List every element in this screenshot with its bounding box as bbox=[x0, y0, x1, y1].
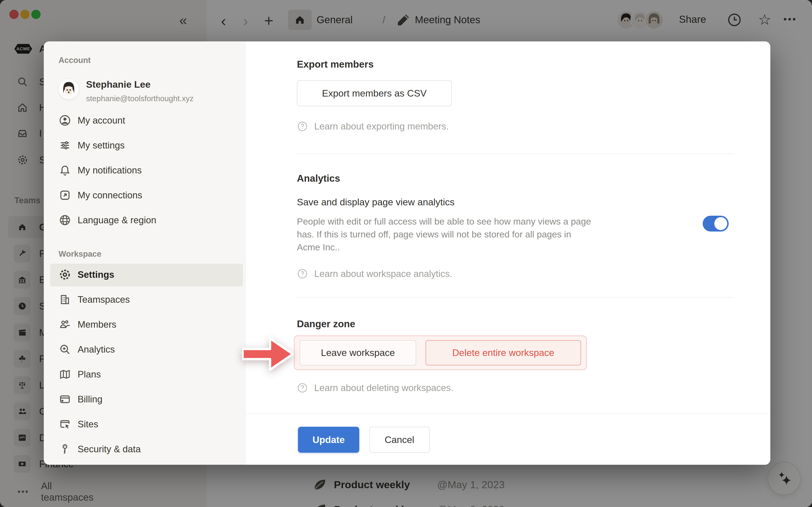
settings-nav-label: Sites bbox=[78, 419, 98, 430]
settings-nav-label: Billing bbox=[78, 394, 102, 404]
help-label: Learn about deleting workspaces. bbox=[314, 383, 453, 393]
leave-workspace-button[interactable]: Leave workspace bbox=[300, 340, 416, 365]
settings-nav-plans[interactable]: Plans bbox=[52, 363, 238, 386]
settings-sidebar: Account Stephanie Lee stephanie@toolsfor… bbox=[44, 41, 246, 465]
settings-nav-my-connections[interactable]: My connections bbox=[52, 184, 238, 207]
user-email: stephanie@toolsforthought.xyz bbox=[86, 94, 194, 103]
settings-nav-my-notifications[interactable]: My notifications bbox=[52, 159, 238, 182]
question-circle-icon bbox=[297, 268, 308, 279]
analytics-toggle[interactable] bbox=[703, 216, 729, 231]
settings-nav-label: My connections bbox=[78, 190, 142, 201]
annotation-arrow-icon bbox=[242, 335, 295, 374]
section-divider bbox=[297, 154, 734, 154]
analytics-setting-description: People with edit or full access will be … bbox=[297, 215, 591, 254]
map-icon bbox=[59, 368, 71, 381]
globe-icon bbox=[59, 214, 71, 226]
export-members-csv-button[interactable]: Export members as CSV bbox=[297, 80, 452, 106]
question-circle-icon bbox=[297, 121, 308, 132]
export-help-link[interactable]: Learn about exporting members. bbox=[297, 121, 449, 132]
update-button[interactable]: Update bbox=[298, 427, 359, 453]
settings-nav-label: Security & data bbox=[78, 444, 141, 454]
settings-nav-analytics[interactable]: Analytics bbox=[52, 338, 238, 361]
section-divider bbox=[297, 297, 734, 297]
key-icon bbox=[59, 443, 71, 455]
person-circle-icon bbox=[59, 114, 71, 126]
bell-icon bbox=[59, 164, 71, 176]
user-name: Stephanie Lee bbox=[86, 79, 151, 90]
settings-nav-label: Language & region bbox=[78, 215, 156, 225]
settings-nav-label: My notifications bbox=[78, 165, 142, 176]
settings-nav-language-region[interactable]: Language & region bbox=[52, 209, 238, 231]
settings-nav-security-data[interactable]: Security & data bbox=[52, 438, 238, 460]
settings-nav-my-settings[interactable]: My settings bbox=[52, 134, 238, 157]
magnifier-plus-icon bbox=[59, 343, 71, 355]
danger-zone-heading: Danger zone bbox=[297, 318, 355, 330]
question-circle-icon bbox=[297, 382, 308, 393]
settings-nav-label: Plans bbox=[78, 369, 101, 380]
toggle-knob bbox=[714, 217, 727, 230]
description-line: People with edit or full access will be … bbox=[297, 215, 591, 228]
sliders-icon bbox=[59, 139, 71, 152]
settings-nav-identity-provisioning[interactable]: Identity & provisioning bbox=[52, 463, 238, 465]
analytics-setting-title: Save and display page view analytics bbox=[297, 197, 454, 208]
description-line: has. If this is turned off, page views w… bbox=[297, 228, 591, 241]
settings-modal: Account Stephanie Lee stephanie@toolsfor… bbox=[44, 41, 770, 465]
settings-nav-billing[interactable]: Billing bbox=[52, 388, 238, 411]
settings-content: Export members Export members as CSV Lea… bbox=[246, 41, 770, 465]
app-window: « ACME A S H I S Teams G bbox=[0, 0, 812, 507]
analytics-help-link[interactable]: Learn about workspace analytics. bbox=[297, 268, 452, 279]
delete-workspace-button[interactable]: Delete entire workspace bbox=[425, 340, 581, 365]
account-section-header: Account bbox=[59, 56, 91, 65]
footer-divider bbox=[246, 414, 770, 414]
settings-nav-label: Settings bbox=[78, 269, 114, 280]
settings-nav-sites[interactable]: Sites bbox=[52, 413, 238, 436]
settings-nav-label: Analytics bbox=[78, 344, 115, 355]
help-label: Learn about workspace analytics. bbox=[314, 269, 452, 279]
export-members-heading: Export members bbox=[297, 59, 374, 70]
settings-nav-settings[interactable]: Settings bbox=[52, 263, 238, 286]
danger-help-link[interactable]: Learn about deleting workspaces. bbox=[297, 382, 453, 393]
credit-card-icon bbox=[59, 393, 71, 405]
workspace-section-header: Workspace bbox=[59, 249, 101, 259]
members-icon bbox=[59, 318, 71, 331]
description-line: Acme Inc.. bbox=[297, 241, 591, 254]
help-label: Learn about exporting members. bbox=[314, 121, 449, 131]
analytics-heading: Analytics bbox=[297, 173, 340, 184]
cancel-button[interactable]: Cancel bbox=[369, 427, 430, 453]
arrow-out-box-icon bbox=[59, 189, 71, 201]
settings-nav-label: Members bbox=[78, 319, 116, 330]
settings-nav-members[interactable]: Members bbox=[52, 313, 238, 336]
settings-nav-teamspaces[interactable]: Teamspaces bbox=[52, 288, 238, 311]
settings-nav-label: Teamspaces bbox=[78, 294, 130, 305]
browser-cursor-icon bbox=[59, 418, 71, 430]
settings-nav-label: My account bbox=[78, 115, 125, 126]
building-icon bbox=[59, 293, 71, 306]
settings-nav-label: My settings bbox=[78, 140, 125, 151]
gear-icon bbox=[59, 268, 71, 281]
account-user[interactable]: Stephanie Lee stephanie@toolsforthought.… bbox=[59, 79, 241, 113]
settings-nav-my-account[interactable]: My account bbox=[52, 109, 238, 132]
stephanie-avatar bbox=[59, 79, 79, 99]
